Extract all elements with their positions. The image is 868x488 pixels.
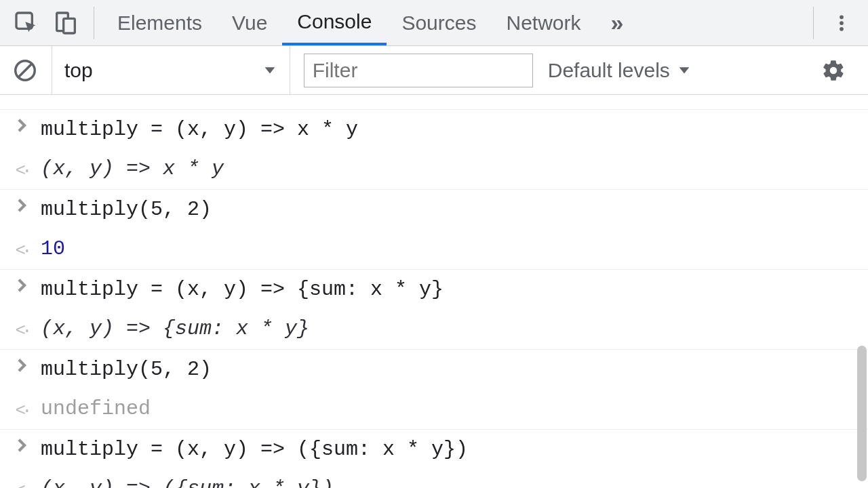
console-value: 10 <box>31 95 65 105</box>
console-row-output: <· 10 <box>0 95 868 109</box>
chevron-down-icon <box>262 59 277 82</box>
svg-point-4 <box>840 21 844 25</box>
input-marker-icon <box>12 114 31 133</box>
clear-console-button[interactable] <box>7 52 43 89</box>
output-marker-icon: <· <box>12 233 31 264</box>
console-value: (x, y) => {sum: x * y} <box>31 313 309 345</box>
output-marker-icon: <· <box>12 153 31 184</box>
tab-elements[interactable]: Elements <box>102 0 217 45</box>
svg-line-7 <box>19 64 32 77</box>
context-label: top <box>64 59 93 82</box>
console-row-output: <· undefined <box>0 389 868 429</box>
console-row-input: multiply = (x, y) => {sum: x * y} <box>0 269 868 310</box>
chevron-down-icon <box>677 59 692 82</box>
levels-label: Default levels <box>548 59 670 82</box>
console-value: multiply = (x, y) => {sum: x * y} <box>31 274 443 306</box>
console-value: undefined <box>31 393 151 425</box>
devtools-tabbar: Elements Vue Console Sources Network » <box>0 0 868 46</box>
svg-point-5 <box>840 26 844 30</box>
separator <box>94 7 94 39</box>
console-row-input: multiply(5, 2) <box>0 349 868 390</box>
tab-vue[interactable]: Vue <box>217 0 282 45</box>
console-row-input: multiply = (x, y) => x * y <box>0 109 868 150</box>
console-value: multiply = (x, y) => ({sum: x * y}) <box>31 434 468 466</box>
separator <box>813 7 814 39</box>
console-value: (x, y) => ({sum: x * y}) <box>31 473 334 488</box>
more-options-button[interactable] <box>823 5 860 41</box>
console-row-input: multiply = (x, y) => ({sum: x * y}) <box>0 429 868 470</box>
panel-tabs: Elements Vue Console Sources Network » <box>102 0 634 45</box>
console-row-output: <· (x, y) => ({sum: x * y}) <box>0 469 868 488</box>
console-value: multiply(5, 2) <box>31 194 212 226</box>
console-toolbar: top Default levels <box>0 46 868 95</box>
svg-point-3 <box>840 15 844 19</box>
output-marker-icon: <· <box>12 393 31 424</box>
input-marker-icon <box>12 354 31 373</box>
toggle-device-toolbar-button[interactable] <box>47 5 84 41</box>
console-row-output: <· (x, y) => {sum: x * y} <box>0 309 868 349</box>
log-level-selector[interactable]: Default levels <box>548 59 692 82</box>
console-output[interactable]: <· 10 multiply = (x, y) => x * y <· (x, … <box>0 95 868 488</box>
console-value: 10 <box>31 233 65 265</box>
execution-context-selector[interactable]: top <box>52 46 290 94</box>
console-value: multiply = (x, y) => x * y <box>31 114 358 146</box>
svg-rect-2 <box>64 18 75 33</box>
console-settings-button[interactable] <box>815 52 852 89</box>
tab-network[interactable]: Network <box>491 0 595 45</box>
console-value: multiply(5, 2) <box>31 354 212 386</box>
input-marker-icon <box>12 194 31 213</box>
console-row-output: <· (x, y) => x * y <box>0 149 868 189</box>
tabs-overflow-button[interactable]: » <box>596 0 635 45</box>
filter-input[interactable] <box>304 54 533 87</box>
console-row-input: multiply(5, 2) <box>0 189 868 230</box>
inspect-element-button[interactable] <box>8 5 45 41</box>
input-marker-icon <box>12 274 31 293</box>
input-marker-icon <box>12 434 31 453</box>
tab-console[interactable]: Console <box>282 0 387 45</box>
console-value: (x, y) => x * y <box>31 153 224 185</box>
output-marker-icon: <· <box>12 95 31 104</box>
tab-sources[interactable]: Sources <box>387 0 491 45</box>
scrollbar-thumb[interactable] <box>857 346 867 481</box>
output-marker-icon: <· <box>12 313 31 344</box>
console-row-output: <· 10 <box>0 229 868 269</box>
output-marker-icon: <· <box>12 473 31 488</box>
